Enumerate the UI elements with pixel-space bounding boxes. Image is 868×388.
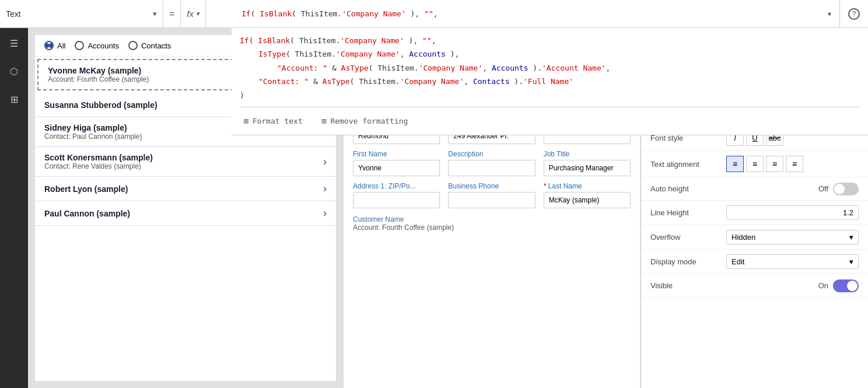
field-last-name-label: * Last Name	[544, 182, 631, 190]
customer-name-value: Account: Fourth Coffee (sample)	[353, 223, 631, 232]
sidebar-grid-icon[interactable]: ⊞	[5, 90, 23, 109]
display-mode-select[interactable]: Edit ▾	[726, 254, 859, 269]
toggle-knob	[834, 184, 845, 194]
format-text-button[interactable]: ≡ Format text	[240, 111, 306, 131]
prop-line-height: Line Height 1.2	[641, 201, 868, 225]
contact-name-4: Scott Konersmann (sample)	[44, 153, 323, 162]
formula-line-4: "Contact: " & AsType( ThisItem.'Company …	[240, 75, 860, 88]
fx-button[interactable]: fx ▾	[181, 0, 206, 27]
radio-accounts-circle	[75, 41, 84, 50]
fx-chevron: ▾	[196, 10, 200, 18]
format-text-icon: ≡	[243, 113, 249, 129]
remove-formatting-button[interactable]: ≡ Remove formatting	[318, 111, 412, 131]
field-business-phone-label: Business Phone	[448, 182, 535, 190]
field-zip-label: Address 1: ZIP/Po...	[353, 182, 440, 190]
contact-item-robert[interactable]: Robert Lyon (sample) ›	[35, 177, 336, 201]
align-right-button[interactable]: ≡	[766, 156, 783, 172]
prop-visible: Visible On	[641, 274, 868, 298]
prop-auto-height: Auto height Off	[641, 177, 868, 201]
radio-accounts-label: Accounts	[88, 41, 118, 50]
field-description: Description	[448, 150, 535, 176]
radio-contacts-label: Contacts	[141, 41, 171, 50]
prop-display-mode-label: Display mode	[650, 257, 726, 266]
customer-name-label: Customer Name	[353, 215, 631, 223]
prop-display-mode: Display mode Edit ▾	[641, 250, 868, 274]
display-mode-chevron: ▾	[849, 257, 853, 266]
contact-name-5: Robert Lyon (sample)	[44, 184, 323, 194]
contact-sub-4: Contact: Rene Valdes (sample)	[44, 162, 323, 170]
formula-expanded-overlay: If( IsBlank( ThisItem.'Company Name' ), …	[232, 28, 868, 135]
field-description-input[interactable]	[448, 160, 535, 176]
prop-overflow-label: Overflow	[650, 233, 726, 242]
formula-code-preview[interactable]: If( IsBlank( ThisItem.'Company Name' ), …	[206, 0, 820, 27]
auto-height-state: Off	[818, 184, 828, 193]
formula-line-5: )	[240, 89, 860, 102]
radio-all-circle	[44, 41, 54, 50]
prop-overflow: Overflow Hidden ▾	[641, 225, 868, 250]
contact-item-paul[interactable]: Paul Cannon (sample) ›	[35, 201, 336, 226]
arrow-icon-5: ›	[323, 183, 327, 195]
visible-toggle-knob	[847, 281, 858, 291]
formula-line-2: IsType( ThisItem.'Company Name', Account…	[240, 47, 860, 61]
sidebar-hex-icon[interactable]: ⬡	[5, 62, 23, 81]
contact-name-6: Paul Cannon (sample)	[44, 209, 323, 218]
selector-chevron: ▾	[153, 9, 157, 18]
radio-contacts[interactable]: Contacts	[128, 41, 171, 50]
formula-bar: Text ▾ = fx ▾ If( IsBlank( ThisItem.'Com…	[0, 0, 868, 28]
arrow-icon-6: ›	[323, 207, 327, 219]
field-description-label: Description	[448, 150, 535, 158]
visible-toggle[interactable]	[833, 279, 859, 292]
formula-line-3: "Account: " & AsType( ThisItem.'Company …	[240, 61, 860, 75]
remove-formatting-icon: ≡	[321, 113, 327, 129]
prop-text-align-buttons: ≡ ≡ ≡ ≡	[726, 156, 859, 172]
formula-toolbar: ≡ Format text ≡ Remove formatting	[240, 107, 860, 135]
help-button[interactable]: ?	[839, 0, 868, 27]
overflow-select[interactable]: Hidden ▾	[726, 230, 859, 244]
auto-height-toggle[interactable]	[833, 183, 859, 195]
prop-text-align: Text alignment ≡ ≡ ≡ ≡	[641, 151, 868, 177]
prop-text-align-label: Text alignment	[650, 160, 726, 169]
field-zip-input[interactable]	[353, 192, 440, 208]
formula-selector[interactable]: Text ▾	[0, 0, 163, 27]
field-job-title: Job Title	[544, 150, 631, 176]
prop-visible-label: Visible	[650, 281, 726, 290]
formula-expand-button[interactable]: ▾	[820, 0, 839, 27]
customer-name-section: Customer Name Account: Fourth Coffee (sa…	[353, 215, 631, 232]
radio-contacts-circle	[128, 41, 138, 50]
selector-text: Text	[6, 9, 148, 19]
prop-line-height-label: Line Height	[650, 208, 726, 217]
align-justify-button[interactable]: ≡	[786, 156, 803, 172]
sidebar-icons: ☰ ⬡ ⊞	[0, 28, 28, 388]
field-zip: Address 1: ZIP/Po...	[353, 182, 440, 208]
field-first-name-label: First Name	[353, 150, 440, 158]
overflow-chevron: ▾	[849, 233, 853, 242]
prop-auto-height-label: Auto height	[650, 184, 726, 193]
radio-all-label: All	[57, 41, 65, 50]
prop-auto-height-control: Off	[726, 183, 859, 195]
align-center-button[interactable]: ≡	[746, 156, 764, 172]
radio-all[interactable]: All	[44, 41, 65, 50]
field-last-name: * Last Name	[544, 182, 631, 208]
sidebar-menu-icon[interactable]: ☰	[5, 34, 23, 53]
field-last-name-input[interactable]	[544, 192, 631, 208]
field-first-name-input[interactable]	[353, 160, 440, 176]
equals-sign: =	[163, 0, 181, 27]
field-business-phone-input[interactable]	[448, 192, 535, 208]
prop-display-mode-value[interactable]: Edit ▾	[726, 254, 859, 269]
prop-overflow-value[interactable]: Hidden ▾	[726, 230, 859, 244]
formula-line-1: If( IsBlank( ThisItem.'Company Name' ), …	[240, 34, 860, 47]
field-job-title-label: Job Title	[544, 150, 631, 158]
align-left-button[interactable]: ≡	[726, 156, 744, 172]
field-business-phone: Business Phone	[448, 182, 535, 208]
prop-visible-control: On	[726, 279, 859, 292]
field-job-title-input[interactable]	[544, 160, 631, 176]
line-height-input[interactable]: 1.2	[726, 205, 859, 220]
visible-state: On	[818, 281, 828, 290]
align-group: ≡ ≡ ≡ ≡	[726, 156, 859, 172]
arrow-icon-4: ›	[323, 156, 327, 168]
prop-line-height-value[interactable]: 1.2	[726, 205, 859, 220]
radio-accounts[interactable]: Accounts	[75, 41, 118, 50]
contact-item-scott[interactable]: Scott Konersmann (sample) Contact: Rene …	[35, 147, 336, 177]
field-first-name: First Name	[353, 150, 440, 176]
